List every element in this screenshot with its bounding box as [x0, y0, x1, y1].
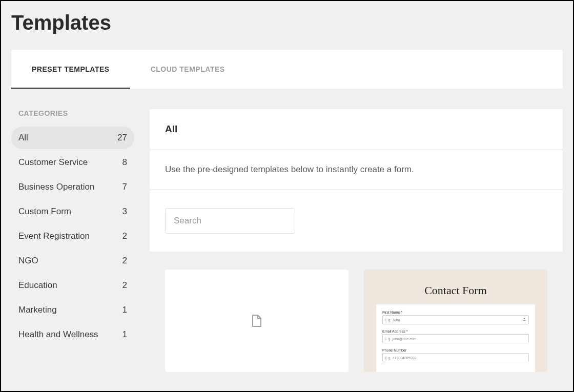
category-custom-form[interactable]: Custom Form 3 — [11, 200, 134, 223]
field-label: Phone Number — [382, 348, 529, 352]
template-grid: Contact Form First Name * E.g. John — [150, 252, 563, 372]
field-input-preview: E.g. John — [382, 315, 529, 324]
field-input-preview: E.g. +13004005000 — [382, 353, 529, 362]
contact-form-title: Contact Form — [364, 275, 547, 304]
page-title: Templates — [1, 1, 573, 50]
search-input[interactable] — [165, 208, 295, 234]
field-phone: Phone Number E.g. +13004005000 — [382, 348, 529, 362]
svg-point-0 — [524, 318, 525, 319]
category-education[interactable]: Education 2 — [11, 274, 134, 297]
field-email: Email Address * E.g. john@doe.com — [382, 329, 529, 343]
category-count: 3 — [122, 207, 127, 217]
main-panel: All Use the pre-designed templates below… — [150, 109, 563, 372]
template-card-blank[interactable] — [165, 270, 348, 372]
category-name: Marketing — [18, 305, 57, 315]
category-count: 2 — [122, 231, 127, 241]
app-frame: Templates PRESET TEMPLATES CLOUD TEMPLAT… — [0, 0, 574, 392]
template-card-contact-form[interactable]: Contact Form First Name * E.g. John — [364, 270, 547, 372]
tabs-container: PRESET TEMPLATES CLOUD TEMPLATES — [11, 50, 563, 89]
section-header: All — [150, 109, 563, 149]
categories-sidebar: CATEGORIES All 27 Customer Service 8 Bus… — [11, 109, 134, 372]
category-event-registration[interactable]: Event Registration 2 — [11, 225, 134, 247]
section-title: All — [165, 123, 547, 135]
field-label: First Name * — [382, 311, 529, 314]
field-label: Email Address * — [382, 329, 529, 333]
category-business-operation[interactable]: Business Operation 7 — [11, 176, 134, 198]
category-customer-service[interactable]: Customer Service 8 — [11, 151, 134, 174]
category-health-wellness[interactable]: Health and Wellness 1 — [11, 323, 134, 346]
description-text: Use the pre-designed templates below to … — [165, 164, 547, 175]
category-name: Health and Wellness — [18, 329, 98, 340]
tab-preset-templates[interactable]: PRESET TEMPLATES — [11, 50, 130, 89]
field-first-name: First Name * E.g. John — [382, 311, 529, 324]
contact-form-panel: First Name * E.g. John Email Address * — [376, 304, 535, 372]
category-name: Business Operation — [18, 182, 94, 192]
category-count: 2 — [122, 280, 127, 291]
content-area: CATEGORIES All 27 Customer Service 8 Bus… — [1, 109, 573, 372]
search-container — [165, 208, 295, 234]
category-name: Customer Service — [18, 157, 88, 168]
tab-cloud-templates[interactable]: CLOUD TEMPLATES — [130, 50, 245, 89]
category-name: All — [18, 133, 28, 143]
category-count: 2 — [122, 256, 127, 266]
search-card — [150, 190, 563, 252]
tabs: PRESET TEMPLATES CLOUD TEMPLATES — [11, 50, 563, 89]
category-all[interactable]: All 27 — [11, 127, 134, 149]
category-count: 1 — [122, 305, 127, 315]
category-ngo[interactable]: NGO 2 — [11, 250, 134, 272]
categories-heading: CATEGORIES — [11, 109, 134, 127]
document-icon — [252, 315, 261, 327]
category-name: NGO — [18, 256, 38, 266]
category-marketing[interactable]: Marketing 1 — [11, 299, 134, 321]
category-count: 8 — [122, 157, 127, 168]
category-name: Education — [18, 280, 57, 291]
description-card: Use the pre-designed templates below to … — [150, 150, 563, 189]
category-count: 1 — [122, 329, 127, 340]
person-icon — [522, 317, 526, 322]
field-input-preview: E.g. john@doe.com — [382, 334, 529, 343]
category-name: Event Registration — [18, 231, 90, 241]
category-count: 7 — [122, 182, 127, 192]
category-count: 27 — [117, 133, 127, 143]
category-name: Custom Form — [18, 207, 71, 217]
